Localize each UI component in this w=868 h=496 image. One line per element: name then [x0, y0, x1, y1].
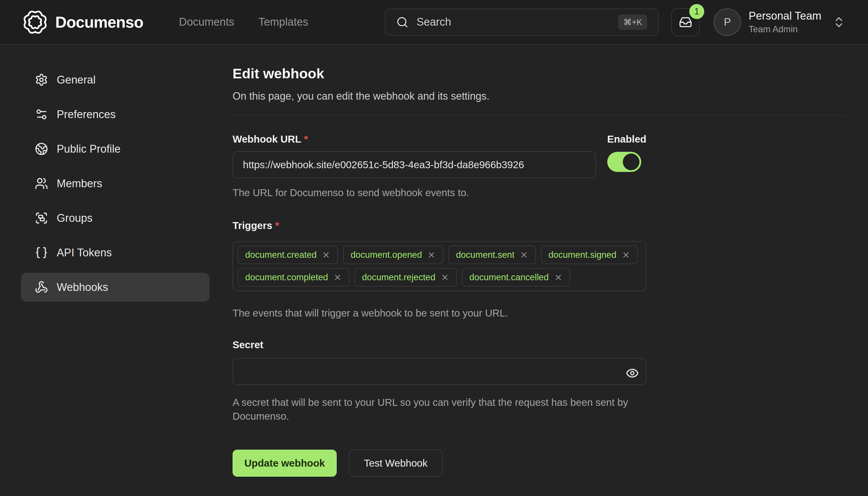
trigger-tag: document.rejected — [355, 268, 457, 286]
sidebar-item-label: Members — [57, 177, 102, 190]
webhook-url-input[interactable] — [232, 151, 596, 178]
brand[interactable]: Documenso — [22, 10, 143, 35]
secret-label: Secret — [232, 339, 845, 351]
update-webhook-button[interactable]: Update webhook — [232, 450, 337, 477]
account-text: Personal Team Team Admin — [749, 10, 821, 34]
sidebar-item-public-profile[interactable]: Public Profile — [21, 135, 210, 163]
braces-icon — [35, 246, 48, 259]
team-name: Personal Team — [749, 10, 821, 23]
top-header: Documenso Documents Templates ⌘+K 1 P — [0, 0, 868, 45]
page-subtitle: On this page, you can edit the webhook a… — [232, 90, 845, 102]
inbox-count-badge: 1 — [689, 4, 704, 19]
trigger-tag-label: document.opened — [351, 250, 422, 260]
trigger-tag-label: document.rejected — [362, 272, 435, 282]
inbox-icon — [679, 16, 692, 29]
webhook-url-row: Webhook URL* The URL for Documenso to se… — [232, 133, 646, 199]
remove-trigger-icon[interactable] — [554, 273, 563, 282]
secret-input[interactable] — [232, 358, 646, 385]
page-body: General Preferences Public Profile — [0, 45, 868, 496]
group-icon — [35, 212, 48, 225]
form-actions: Update webhook Test Webhook — [232, 450, 845, 477]
trigger-tag: document.sent — [448, 246, 535, 264]
trigger-tag-label: document.completed — [245, 272, 328, 282]
documenso-app: Documenso Documents Templates ⌘+K 1 P — [0, 0, 868, 496]
section-divider — [232, 115, 845, 115]
remove-trigger-icon[interactable] — [440, 273, 449, 282]
avatar: P — [713, 9, 741, 36]
remove-trigger-icon[interactable] — [622, 251, 630, 259]
sidebar-item-label: Groups — [57, 212, 93, 224]
sidebar-item-label: General — [57, 74, 96, 86]
eye-icon — [626, 367, 639, 379]
trigger-tag: document.created — [238, 246, 338, 264]
team-switcher[interactable]: P Personal Team Team Admin — [713, 9, 846, 36]
users-icon — [35, 177, 48, 190]
trigger-tag-label: document.signed — [549, 250, 616, 260]
settings-icon — [35, 73, 48, 87]
edit-webhook-main: Edit webhook On this page, you can edit … — [210, 45, 868, 496]
triggers-multiselect[interactable]: document.created document.opened documen… — [232, 241, 646, 291]
trigger-tag: document.completed — [238, 268, 349, 286]
test-webhook-button[interactable]: Test Webhook — [349, 450, 443, 477]
required-asterisk: * — [275, 220, 279, 231]
sidebar-item-label: Public Profile — [57, 143, 120, 155]
remove-trigger-icon[interactable] — [333, 273, 342, 282]
triggers-help: The events that will trigger a webhook t… — [232, 307, 845, 319]
trigger-tag-label: document.sent — [456, 250, 514, 260]
enabled-toggle[interactable] — [607, 152, 641, 172]
enabled-field: Enabled — [607, 133, 646, 199]
toggle-knob — [623, 154, 640, 170]
trigger-tag: document.signed — [541, 246, 638, 264]
inbox-wrap: 1 — [672, 8, 700, 36]
search-icon — [396, 16, 408, 28]
secret-help: A secret that will be sent to your URL s… — [232, 396, 644, 423]
trigger-tag: document.opened — [343, 246, 443, 264]
trigger-tag-label: document.cancelled — [469, 272, 549, 282]
chevrons-up-down-icon — [832, 16, 846, 29]
search-input[interactable] — [416, 16, 611, 29]
primary-nav: Documents Templates — [179, 16, 308, 28]
trigger-tag-label: document.created — [245, 250, 317, 260]
sidebar-item-label: Preferences — [57, 108, 116, 121]
secret-field — [232, 358, 646, 385]
settings-sidebar: General Preferences Public Profile — [21, 65, 210, 496]
nav-documents[interactable]: Documents — [179, 16, 234, 28]
globe-icon — [35, 142, 48, 156]
nav-templates[interactable]: Templates — [258, 16, 308, 28]
documenso-logo-icon — [22, 10, 48, 35]
sidebar-item-webhooks[interactable]: Webhooks — [21, 273, 210, 301]
remove-trigger-icon[interactable] — [322, 251, 331, 259]
required-asterisk: * — [304, 133, 308, 144]
sliders-icon — [35, 108, 48, 121]
sidebar-item-label: Webhooks — [57, 281, 108, 294]
remove-trigger-icon[interactable] — [520, 251, 528, 259]
search-box[interactable]: ⌘+K — [385, 9, 659, 36]
sidebar-item-general[interactable]: General — [21, 65, 210, 94]
toggle-secret-visibility-button[interactable] — [626, 367, 639, 379]
triggers-label: Triggers* — [232, 220, 845, 231]
brand-name: Documenso — [55, 13, 143, 31]
webhook-url-label: Webhook URL* — [232, 133, 308, 144]
trigger-tag: document.cancelled — [462, 268, 570, 286]
page-title: Edit webhook — [232, 66, 845, 81]
team-role: Team Admin — [749, 24, 821, 34]
sidebar-item-preferences[interactable]: Preferences — [21, 100, 210, 129]
search-shortcut-badge: ⌘+K — [618, 14, 647, 30]
remove-trigger-icon[interactable] — [427, 251, 436, 259]
sidebar-item-members[interactable]: Members — [21, 169, 210, 198]
sidebar-item-groups[interactable]: Groups — [21, 204, 210, 232]
sidebar-item-api-tokens[interactable]: API Tokens — [21, 238, 210, 267]
enabled-label: Enabled — [607, 133, 646, 145]
webhook-url-help: The URL for Documenso to send webhook ev… — [232, 187, 596, 199]
webhook-icon — [35, 281, 48, 294]
sidebar-item-label: API Tokens — [57, 247, 112, 259]
webhook-url-field: Webhook URL* The URL for Documenso to se… — [232, 133, 596, 199]
